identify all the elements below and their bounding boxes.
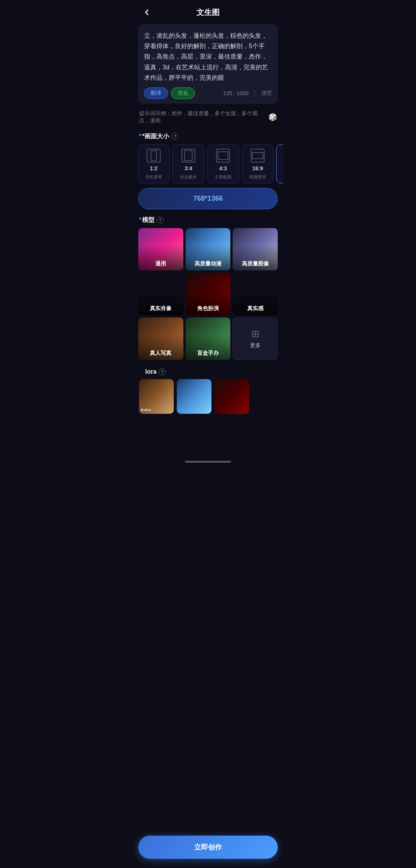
more-grid-icon: ⊞	[251, 328, 260, 340]
size-icon-16-9	[251, 149, 265, 163]
example-row[interactable]: 提示词示例：杰作，最佳质量，多个女孩，多个观点，漫画 🎲	[133, 107, 283, 130]
char-count: 135 / 1000	[223, 90, 248, 96]
back-button[interactable]	[140, 5, 154, 19]
model-title: * 模型 ?	[133, 214, 283, 228]
size-icon-3-4	[181, 149, 195, 163]
size-item-1-2[interactable]: 1:2 手机屏幕	[138, 144, 170, 183]
canvas-size-section: * *画面大小 ? 1:2 手机屏幕 3:4 社交媒体 4:3 文章配图	[133, 130, 283, 209]
size-item-9-16[interactable]: 9:16 宣传海报	[276, 144, 283, 183]
model-item-photo[interactable]: 真人写真	[138, 317, 183, 360]
model-item-anime[interactable]: 高质量动漫	[186, 228, 231, 270]
page-title: 文生图	[196, 7, 220, 18]
size-item-4-3[interactable]: 4:3 文章配图	[207, 144, 239, 183]
lora-bg-3	[215, 379, 249, 414]
lora-item-3[interactable]	[215, 379, 249, 414]
lora-help-icon[interactable]: ?	[159, 368, 166, 375]
model-item-realistic[interactable]: 真实感	[233, 273, 278, 315]
size-icon-4-3	[216, 149, 230, 163]
model-grid: 通用 高质量动漫 高质量图像 真实肖像 角色扮演 真实感	[133, 228, 283, 360]
model-item-hq-image[interactable]: 高质量图像	[233, 228, 278, 270]
size-icon-1-2	[147, 149, 161, 163]
lora-item-2[interactable]	[177, 379, 211, 414]
model-help-icon[interactable]: ?	[157, 217, 164, 223]
lora-bg-ashe: Ashe	[139, 379, 174, 414]
lora-section: lora ? Ashe	[133, 360, 283, 418]
translate-button[interactable]: 翻译	[144, 87, 168, 99]
lora-item-ashe[interactable]: Ashe	[139, 379, 174, 414]
lora-bg-2	[177, 379, 211, 414]
create-button[interactable]: 立即创作	[138, 836, 278, 859]
more-label: 更多	[250, 342, 261, 349]
size-item-16-9[interactable]: 16:9 电脑壁纸	[242, 144, 274, 183]
model-item-blind-box[interactable]: 盲盒手办	[186, 317, 231, 360]
prompt-actions: 翻译 优化 135 / 1000 │ 清空	[144, 87, 272, 99]
canvas-size-title: * *画面大小 ?	[133, 130, 283, 144]
model-item-portrait[interactable]: 真实肖像	[138, 273, 183, 315]
dimension-button[interactable]: 768*1366	[138, 188, 278, 209]
model-item-more[interactable]: ⊞ 更多	[233, 317, 278, 360]
prompt-counter: 135 / 1000 │ 清空	[223, 90, 272, 97]
canvas-size-help-icon[interactable]: ?	[171, 133, 178, 140]
prompt-box[interactable]: 立，凌乱的头发，蓬松的头发，棕色的头发，穿着得体，良好的解剖，正确的解剖，5个手…	[138, 25, 278, 103]
example-text: 提示词示例：杰作，最佳质量，多个女孩，多个观点，漫画	[139, 110, 266, 124]
header: 文生图	[133, 0, 283, 25]
home-indicator	[185, 461, 231, 463]
prompt-text[interactable]: 立，凌乱的头发，蓬松的头发，棕色的头发，穿着得体，良好的解剖，正确的解剖，5个手…	[144, 30, 272, 83]
clear-button[interactable]: 清空	[261, 90, 272, 97]
model-item-rpg[interactable]: 角色扮演	[186, 273, 231, 315]
dice-icon[interactable]: 🎲	[268, 113, 277, 121]
prompt-buttons: 翻译 优化	[144, 87, 195, 99]
model-section: * 模型 ? 通用 高质量动漫 高质量图像 真实肖像 角色	[133, 214, 283, 360]
bottom-spacer	[133, 418, 283, 456]
lora-scroll: Ashe	[139, 379, 277, 418]
optimize-button[interactable]: 优化	[171, 87, 195, 99]
model-item-general[interactable]: 通用	[138, 228, 183, 270]
size-item-3-4[interactable]: 3:4 社交媒体	[172, 144, 205, 183]
size-grid: 1:2 手机屏幕 3:4 社交媒体 4:3 文章配图 16:9 电脑壁纸	[133, 144, 283, 183]
lora-title: lora ?	[139, 366, 277, 379]
